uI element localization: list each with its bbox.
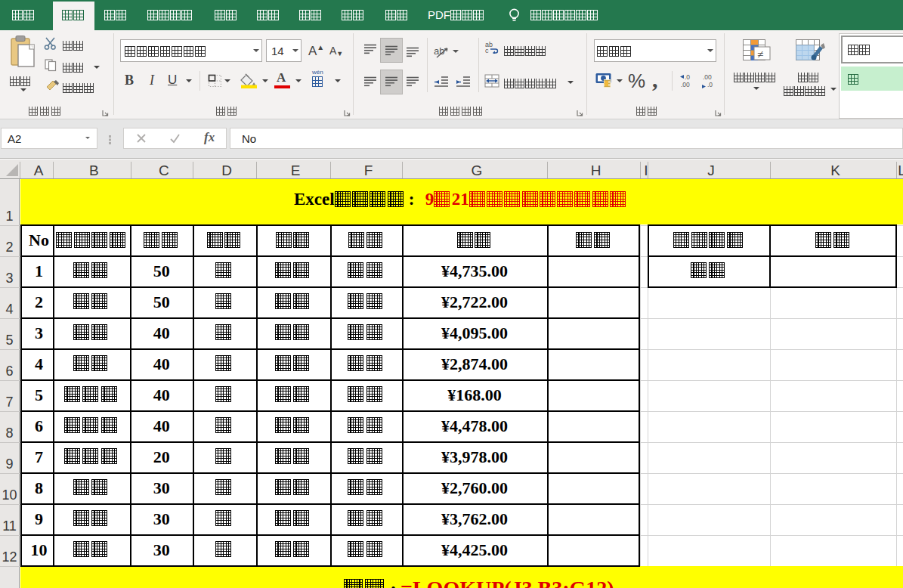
svg-text:.0: .0	[685, 73, 690, 81]
svg-text:.00: .00	[703, 73, 712, 81]
svg-text:.00: .00	[681, 81, 690, 88]
svg-text:.0: .0	[707, 81, 713, 88]
svg-text:≠: ≠	[757, 48, 763, 60]
svg-text:c: c	[485, 47, 489, 54]
